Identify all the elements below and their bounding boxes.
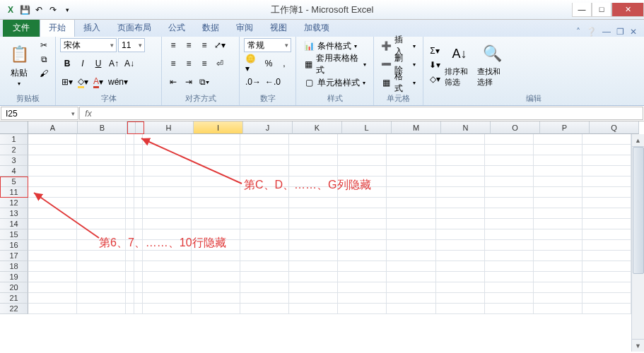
cell[interactable] [77,304,126,314]
cell[interactable] [28,198,77,208]
cell[interactable] [240,240,289,251]
col-header-hidden[interactable] [127,121,136,134]
cell[interactable] [240,229,289,240]
cell[interactable] [387,145,435,155]
cell[interactable] [143,282,192,293]
cell[interactable] [387,208,435,219]
format-cells-button[interactable]: ▦格式▾ [378,75,418,90]
excel-icon[interactable]: X [4,4,17,16]
scroll-thumb[interactable] [633,147,644,274]
row-header-18[interactable]: 18 [0,261,28,272]
col-header-B[interactable]: B [78,121,127,134]
cell[interactable] [134,145,143,155]
phonetic-button[interactable]: wén▾ [107,75,129,89]
font-size-combo[interactable]: 11 [118,38,145,52]
cell-style-button[interactable]: ▢单元格样式▾ [300,75,369,90]
font-name-combo[interactable]: 宋体 [60,38,117,52]
col-header-K[interactable]: K [293,121,342,134]
row-header-14[interactable]: 14 [0,219,28,229]
cell[interactable] [485,261,534,272]
underline-button[interactable]: U [91,56,105,71]
cell[interactable] [240,251,289,261]
col-header-L[interactable]: L [342,121,392,134]
row-header-16[interactable]: 16 [0,240,28,251]
cell[interactable] [28,219,77,229]
cell[interactable] [485,219,534,229]
cell[interactable] [240,282,289,293]
cell[interactable] [387,187,435,198]
cell[interactable] [338,208,387,219]
cell[interactable] [485,229,534,240]
cell[interactable] [126,187,134,198]
help-icon[interactable]: ❔ [586,27,597,37]
cell[interactable] [28,166,77,176]
cell[interactable] [192,145,240,155]
col-header-J[interactable]: J [243,121,293,134]
cell[interactable] [582,176,631,187]
row-header-19[interactable]: 19 [0,272,28,282]
cell[interactable] [28,282,77,293]
cell[interactable] [143,145,192,155]
doc-restore-icon[interactable]: ❐ [616,27,624,37]
cell[interactable] [28,251,77,261]
cell[interactable] [338,187,387,198]
cell[interactable] [134,134,143,145]
cell[interactable] [192,219,240,229]
tab-home[interactable]: 开始 [40,18,75,37]
merge-center-button[interactable]: ⧉▾ [197,75,211,89]
cell[interactable] [534,229,582,240]
maximize-button[interactable]: □ [592,3,611,17]
cell[interactable] [338,198,387,208]
cell[interactable] [143,261,192,272]
sort-filter-button[interactable]: A↓ 排序和筛选 [445,38,474,92]
cell[interactable] [534,293,582,304]
cell[interactable] [534,155,582,166]
tab-addins[interactable]: 加载项 [295,19,338,37]
row-header-22[interactable]: 22 [0,304,28,314]
cell[interactable] [338,293,387,304]
fill-button[interactable]: ⬇▾ [428,58,442,72]
cell[interactable] [240,272,289,282]
cell[interactable] [387,166,435,176]
cell[interactable] [534,166,582,176]
cell[interactable] [436,261,485,272]
cell[interactable] [192,261,240,272]
cell[interactable] [192,229,240,240]
cell[interactable] [77,261,126,272]
cell[interactable] [387,293,435,304]
cell[interactable] [143,219,192,229]
cell[interactable] [240,261,289,272]
cell[interactable] [485,304,534,314]
cell[interactable] [77,198,126,208]
cell[interactable] [77,187,126,198]
cell[interactable] [192,166,240,176]
tab-file[interactable]: 文件 [3,19,40,37]
italic-button[interactable]: I [76,56,90,71]
cell[interactable] [126,229,134,240]
cell[interactable] [126,304,134,314]
tab-insert[interactable]: 插入 [75,19,109,37]
cell[interactable] [134,293,143,304]
cell[interactable] [28,240,77,251]
cell[interactable] [582,134,631,145]
cell[interactable] [289,229,338,240]
cell[interactable] [192,187,240,198]
percent-button[interactable]: % [262,56,276,71]
cell[interactable] [534,145,582,155]
cell[interactable] [240,208,289,219]
cell[interactable] [143,251,192,261]
decrease-indent-button[interactable]: ⇤ [166,75,180,89]
cell[interactable] [134,187,143,198]
cell[interactable] [134,198,143,208]
cell[interactable] [143,134,192,145]
cell[interactable] [387,155,435,166]
cell[interactable] [534,176,582,187]
cell[interactable] [134,219,143,229]
cell[interactable] [289,219,338,229]
cell[interactable] [240,176,289,187]
cell[interactable] [192,251,240,261]
cell[interactable] [28,208,77,219]
cell[interactable] [289,176,338,187]
cell[interactable] [338,261,387,272]
cell[interactable] [28,229,77,240]
